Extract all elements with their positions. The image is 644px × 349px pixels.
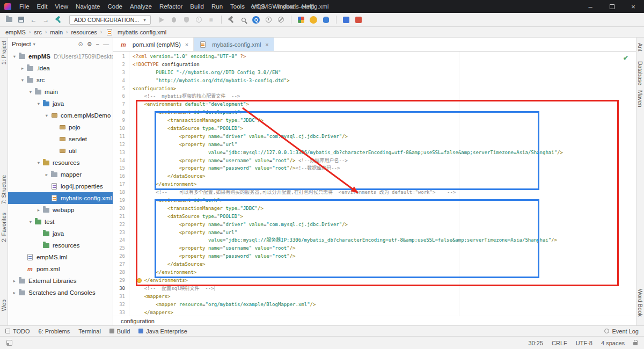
tool-stripe-structure[interactable]: 7: Structure — [1, 175, 7, 204]
code-line[interactable]: <property name="password" value="root"/> — [133, 252, 636, 260]
breadcrumb-item[interactable]: src — [34, 29, 42, 35]
line-number[interactable]: 10 — [113, 125, 129, 133]
tool-stripe-web[interactable]: Web — [1, 300, 7, 311]
build-icon[interactable] — [53, 14, 64, 25]
clock-icon[interactable] — [263, 14, 274, 25]
code-line[interactable]: "http://mybatis.org/dtd/mybatis-3-config… — [133, 77, 636, 85]
line-number[interactable]: 5 — [113, 85, 129, 93]
menu-tools[interactable]: Tools — [226, 0, 248, 13]
editor-code[interactable]: <?xml version="1.0" encoding="UTF-8" ?><… — [129, 52, 636, 316]
menu-navigate[interactable]: Navigate — [72, 0, 104, 13]
inspections-ok-icon[interactable]: ✔ — [623, 54, 628, 62]
indent-style[interactable]: 4 spaces — [601, 340, 625, 346]
tree-item[interactable]: ▾test — [8, 216, 113, 228]
chevron-down-icon[interactable]: ▾ — [33, 42, 35, 47]
code-line[interactable]: <property name="username" value="root"/> — [133, 244, 636, 252]
code-line[interactable]: </environments> — [133, 277, 636, 285]
breadcrumb-item[interactable]: resources — [71, 29, 97, 35]
code-line[interactable]: </environment> — [133, 268, 636, 277]
terminal-button[interactable]: Terminal — [78, 328, 101, 335]
code-line[interactable]: <property name="url" — [133, 229, 636, 237]
save-icon[interactable] — [16, 14, 27, 25]
stop-icon[interactable]: ■ — [206, 14, 217, 25]
code-line[interactable]: </dataSource> — [133, 260, 636, 268]
code-line[interactable]: <dataSource type="POOLED"> — [133, 213, 636, 221]
breadcrumb-item[interactable]: mybatis-config.xml — [105, 28, 166, 36]
line-number[interactable]: 11 — [113, 133, 129, 141]
menu-refactor[interactable]: Refactor — [156, 0, 186, 13]
tree-item[interactable]: ▾java — [8, 98, 113, 110]
chevron-down-icon[interactable]: ▾ — [27, 89, 34, 94]
line-number[interactable]: 16 — [113, 172, 129, 180]
line-number[interactable]: 27 — [113, 260, 129, 268]
tree-item[interactable]: ▸mapper — [8, 169, 113, 180]
coverage-icon[interactable] — [181, 14, 192, 25]
line-number[interactable]: 32 — [113, 301, 129, 309]
chevron-down-icon[interactable]: ▾ — [19, 77, 26, 83]
chevron-right-icon[interactable]: ▸ — [35, 207, 42, 213]
line-number[interactable]: 3 — [113, 69, 129, 77]
locate-icon[interactable]: ⊙ — [78, 41, 83, 47]
tree-item[interactable]: ▾com.empMsDemo — [8, 110, 113, 121]
hide-icon[interactable]: — — [103, 41, 109, 47]
chevron-down-icon[interactable]: ▾ — [43, 113, 50, 118]
menu-window[interactable]: Window — [269, 0, 298, 13]
close-icon[interactable]: × — [265, 41, 268, 48]
tree-item[interactable]: util — [8, 145, 113, 157]
java-enterprise-button[interactable]: Java Enterprise — [138, 328, 187, 335]
line-number[interactable]: 23 — [113, 229, 129, 237]
line-number[interactable]: 29 — [113, 277, 129, 285]
menu-view[interactable]: View — [51, 0, 72, 13]
code-line[interactable]: <property name="password" value="root"/>… — [133, 164, 636, 172]
menu-analyze[interactable]: Analyze — [126, 0, 156, 13]
code-line[interactable]: </environment> — [133, 180, 636, 188]
tool-stripe-ant[interactable]: Ant — [637, 43, 643, 52]
redo-icon[interactable]: → — [40, 14, 52, 25]
tree-item[interactable]: ▸External Libraries — [8, 275, 113, 287]
tool-stripe-database[interactable]: Database — [637, 61, 643, 85]
menu-vcs[interactable]: VCS — [248, 0, 269, 13]
menu-file[interactable]: File — [16, 0, 33, 13]
code-line[interactable]: value="jdbc:mysql://127.0.0.1:3306/mybat… — [133, 149, 636, 157]
tree-item[interactable]: pojo — [8, 121, 113, 133]
code-line[interactable]: <!-- 可以有多个配置,如果有购买的服务器,可以分开配置,在打包时候只需将 <… — [133, 188, 636, 197]
build-button[interactable]: Build — [109, 328, 130, 335]
search-icon[interactable] — [238, 14, 250, 25]
menu-edit[interactable]: Edit — [33, 0, 52, 13]
code-line[interactable]: <environments default="development"> — [133, 100, 636, 108]
code-line[interactable]: <mappers> — [133, 293, 636, 301]
tool-stripe-favorites[interactable]: 2: Favorites — [1, 213, 7, 242]
project-panel-title[interactable]: Project — [12, 41, 31, 47]
code-line[interactable]: <environment id="development"> — [133, 108, 636, 117]
line-number[interactable]: 24 — [113, 236, 129, 244]
line-number[interactable]: 20 — [113, 205, 129, 213]
line-number[interactable]: 1 — [113, 53, 129, 61]
code-line[interactable]: <property name="driver" value="com.mysql… — [133, 221, 636, 229]
line-number[interactable]: 6 — [113, 92, 129, 100]
line-number[interactable]: 8 — [113, 108, 129, 117]
line-number[interactable]: 9 — [113, 117, 129, 125]
tree-item[interactable]: ▸webapp — [8, 204, 113, 216]
code-line[interactable]: <property name="username" value="root"/>… — [133, 157, 636, 165]
line-number[interactable]: 15 — [113, 164, 129, 172]
tree-item[interactable]: mpom.xml — [8, 263, 113, 275]
line-number[interactable]: 2 — [113, 61, 129, 69]
code-line[interactable]: <!DOCTYPE configuration — [133, 61, 636, 69]
code-line[interactable]: <property name="driver" value="com.mysql… — [133, 133, 636, 141]
tree-item[interactable]: java — [8, 228, 113, 239]
debug-icon[interactable] — [169, 14, 180, 25]
close-icon[interactable]: × — [623, 0, 644, 13]
power-save-icon[interactable] — [275, 14, 287, 25]
settings-icon[interactable]: ⚙ — [87, 41, 92, 47]
code-line[interactable]: value="jdbc:mysql://服务器IP:3306/mybatis_d… — [133, 236, 636, 244]
code-line[interactable]: </mappers> — [133, 309, 636, 316]
line-number[interactable]: 31 — [113, 293, 129, 301]
tree-item[interactable]: resources — [8, 239, 113, 251]
event-log-button[interactable]: Event Log — [604, 328, 639, 335]
line-number[interactable]: 19 — [113, 197, 129, 205]
tree-item[interactable]: ▸Scratches and Consoles — [8, 287, 113, 299]
tab-mybatis-config.xml[interactable]: mybatis-config.xml× — [194, 38, 274, 51]
chevron-down-icon[interactable]: ▾ — [27, 219, 34, 224]
tool-stripe-maven[interactable]: Maven — [637, 90, 643, 107]
chevron-right-icon[interactable]: ▸ — [43, 172, 50, 177]
